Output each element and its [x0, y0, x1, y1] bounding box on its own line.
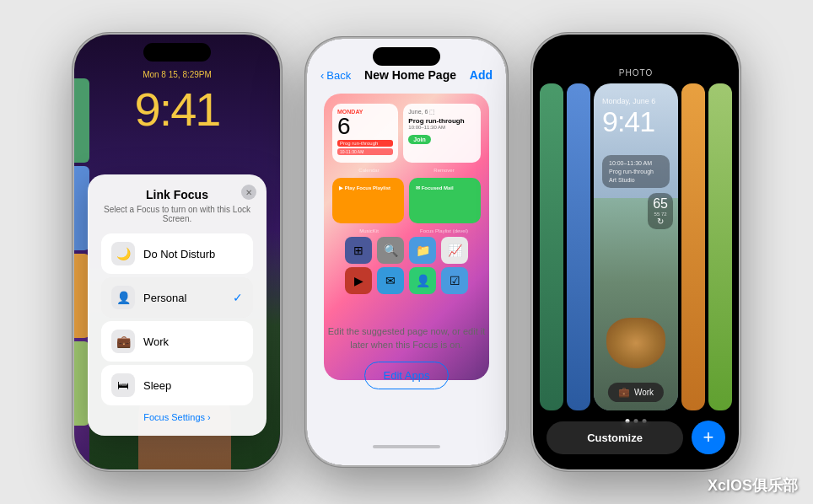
- work-badge-label: Work: [634, 388, 654, 397]
- dnd-label: Do Not Disturb: [143, 248, 243, 260]
- panel-left-2: [567, 83, 590, 410]
- focus-option-work[interactable]: 💼 Work: [101, 321, 253, 362]
- add-button[interactable]: +: [692, 421, 725, 454]
- shortcuts-row: ▶ Play Focus Playlist ✉ Focused Mail: [332, 178, 481, 223]
- phone2-screen: ‹ Back New Home Page Add MONDAY 6 Prog r…: [307, 39, 506, 465]
- personal-icon: 👤: [111, 286, 135, 309]
- phone1-time: 9:41: [135, 82, 220, 137]
- panel-weather-widget: 65 55 72 ↻: [648, 193, 673, 229]
- phone3-bottom-bar: Customize +: [546, 421, 725, 454]
- apps-grid: ⊞ 🔍 📁 📈 ▶ ✉ 👤 ☑: [332, 237, 481, 294]
- phone-2: ‹ Back New Home Page Add MONDAY 6 Prog r…: [305, 37, 508, 467]
- back-button[interactable]: ‹ Back: [320, 69, 351, 82]
- modal-subtitle: Select a Focus to turn on with this Lock…: [101, 205, 253, 223]
- music-shortcut: ▶ Play Focus Playlist: [332, 178, 404, 223]
- panel-date: Monday, June 6: [602, 97, 670, 105]
- phone2-text-bottom: Edit the suggested page now, or edit it …: [324, 325, 489, 389]
- dynamic-island-3: [602, 43, 670, 62]
- work-badge-icon: 💼: [618, 387, 630, 398]
- phone-3: PHOTO Monday, June 6 9:41 10:00–: [531, 33, 740, 471]
- nav-title: New Home Page: [364, 68, 456, 82]
- back-chevron-icon: ‹: [320, 69, 324, 82]
- focus-option-personal[interactable]: 👤 Personal ✓: [101, 277, 253, 318]
- plus-icon: +: [703, 426, 714, 448]
- dog-shape: [606, 318, 665, 368]
- mail-shortcut: ✉ Focused Mail: [409, 178, 481, 223]
- weather-temp: 65: [653, 196, 668, 212]
- personal-checkmark: ✓: [233, 291, 243, 304]
- contacts-icon[interactable]: 👤: [409, 267, 436, 294]
- mail-icon[interactable]: ✉: [377, 267, 404, 294]
- focus-option-sleep[interactable]: 🛏 Sleep: [101, 365, 253, 405]
- panel-event-widget: 10:00–11:30 AM Prog run-through Art Stud…: [602, 155, 670, 188]
- event-line1: 10:00–11:30 AM: [609, 159, 663, 168]
- join-button[interactable]: Join: [408, 135, 430, 144]
- apps-row-1: ⊞ 🔍 📁 📈: [332, 237, 481, 264]
- apps-row-2: ▶ ✉ 👤 ☑: [332, 267, 481, 294]
- personal-label: Personal: [143, 292, 233, 304]
- shortcut2-label: Focus Playlist (devel): [409, 228, 479, 233]
- watermark: XcIOS俱乐部: [708, 475, 798, 496]
- cal-num: 6: [337, 115, 393, 138]
- cal-event-2: 10-11:30 AM: [337, 148, 393, 155]
- modal-title: Link Focus: [101, 188, 253, 201]
- sleep-icon: 🛏: [111, 373, 135, 397]
- shortcuts-labels: MusicKit Focus Playlist (devel): [332, 228, 481, 233]
- work-icon: 💼: [111, 330, 135, 353]
- panel-left-1: [540, 83, 563, 410]
- widget-labels-row: Calendar Remover: [332, 168, 481, 173]
- panel-time-info: Monday, June 6 9:41: [602, 97, 670, 136]
- meeting-title: Prog run-through: [408, 117, 476, 125]
- panel-right-1: [681, 83, 705, 410]
- mail-shortcut-text: ✉ Focused Mail: [416, 185, 474, 190]
- event-line2: Prog run-through: [609, 168, 663, 176]
- todo-icon[interactable]: ☑: [441, 267, 468, 294]
- weather-arrow: ↻: [653, 217, 668, 226]
- modal-close-button[interactable]: ✕: [241, 185, 256, 200]
- calendar-label: Calendar: [334, 168, 404, 173]
- remover-label: Remover: [409, 168, 479, 173]
- work-label: Work: [143, 335, 243, 348]
- focus-settings-link[interactable]: Focus Settings ›: [101, 412, 253, 422]
- phone2-home-indicator: [373, 445, 440, 448]
- dnd-icon: 🌙: [111, 242, 135, 265]
- photo-label: PHOTO: [619, 68, 653, 78]
- stocks-icon[interactable]: 📈: [441, 237, 468, 264]
- music-shortcut-text: ▶ Play Focus Playlist: [339, 185, 397, 190]
- phone1-status: Mon 8 15, 8:29PM: [143, 70, 212, 79]
- focus-option-dnd[interactable]: 🌙 Do Not Disturb: [101, 233, 253, 274]
- add-button[interactable]: Add: [470, 68, 493, 82]
- phone3-screen: PHOTO Monday, June 6 9:41 10:00–: [533, 35, 739, 469]
- event-line3: Art Studio: [609, 176, 663, 185]
- meeting-widget: June, 6 ⬚ Prog run-through 10:00–11:30 A…: [403, 104, 481, 163]
- dog-photo: [594, 198, 678, 410]
- phones-container: Mon 8 15, 8:29PM 9:41 ✕ Link Focus Selec…: [0, 0, 813, 504]
- panel-main: Monday, June 6 9:41 10:00–11:30 AM Prog …: [594, 83, 678, 410]
- work-badge: 💼 Work: [608, 383, 664, 402]
- finder-icon[interactable]: 🔍: [377, 237, 404, 264]
- keynote-icon[interactable]: ▶: [345, 267, 372, 294]
- phone2-nav: ‹ Back New Home Page Add: [307, 68, 506, 82]
- shortcut1-label: MusicKit: [334, 228, 404, 233]
- color-bar-green: [74, 78, 89, 163]
- cal-event: Prog run-through: [337, 140, 393, 147]
- widgets-row-1: MONDAY 6 Prog run-through 10-11:30 AM Ju…: [332, 104, 481, 163]
- panel-clock: 9:41: [602, 107, 670, 136]
- link-focus-modal: ✕ Link Focus Select a Focus to turn on w…: [88, 174, 267, 436]
- panel-right-2: [708, 83, 732, 410]
- dynamic-island-2: [373, 47, 440, 66]
- meeting-time: 10:00–11:30 AM: [408, 125, 476, 130]
- calendar-widget: MONDAY 6 Prog run-through 10-11:30 AM: [332, 104, 398, 163]
- phone-1: Mon 8 15, 8:29PM 9:41 ✕ Link Focus Selec…: [73, 33, 282, 471]
- edit-apps-button[interactable]: Edit Apps: [364, 362, 450, 389]
- meeting-date: June, 6 ⬚: [408, 109, 476, 115]
- sleep-label: Sleep: [143, 379, 243, 392]
- phone1-screen: Mon 8 15, 8:29PM 9:41 ✕ Link Focus Selec…: [74, 35, 280, 469]
- slack-icon[interactable]: ⊞: [345, 237, 372, 264]
- files-icon[interactable]: 📁: [409, 237, 436, 264]
- dynamic-island-1: [143, 43, 211, 62]
- customize-button[interactable]: Customize: [546, 421, 683, 454]
- phone2-description: Edit the suggested page now, or edit it …: [324, 325, 489, 351]
- back-label: Back: [326, 69, 351, 82]
- phone3-panels: Monday, June 6 9:41 10:00–11:30 AM Prog …: [533, 83, 739, 410]
